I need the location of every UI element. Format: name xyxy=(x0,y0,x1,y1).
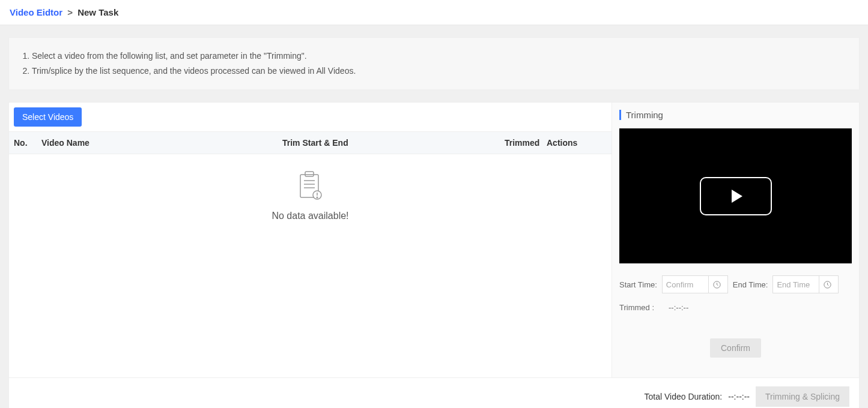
trimmed-value: --:--:-- xyxy=(669,303,688,312)
footer-bar: Total Video Duration: --:--:-- Trimming … xyxy=(8,378,860,408)
clipboard-alert-icon xyxy=(299,171,323,202)
trimming-title: Trimming xyxy=(619,110,852,120)
svg-rect-1 xyxy=(305,172,314,176)
start-time-field[interactable] xyxy=(662,275,728,293)
trimming-panel: Trimming Start Time: End Time: xyxy=(612,102,860,378)
confirm-button[interactable]: Confirm xyxy=(710,338,761,358)
start-time-input[interactable] xyxy=(663,280,708,289)
total-duration-value: --:--:-- xyxy=(728,392,750,401)
instructions-panel: Select a video from the following list, … xyxy=(8,37,860,90)
clock-icon[interactable] xyxy=(708,276,725,293)
instruction-item: Select a video from the following list, … xyxy=(32,49,847,64)
end-time-label: End Time: xyxy=(733,280,768,289)
total-duration-label: Total Video Duration: xyxy=(645,392,723,401)
column-trimmed: Trimmed xyxy=(505,138,547,148)
trimmed-label: Trimmed : xyxy=(619,303,654,312)
svg-point-7 xyxy=(317,197,318,199)
column-trim-start-end: Trim Start & End xyxy=(282,138,505,148)
clock-icon[interactable] xyxy=(819,276,836,293)
column-no: No. xyxy=(14,138,41,148)
select-videos-button[interactable]: Select Videos xyxy=(14,107,82,127)
play-button[interactable] xyxy=(700,177,772,215)
breadcrumb-separator: > xyxy=(67,7,73,17)
video-preview xyxy=(619,128,852,263)
end-time-field[interactable] xyxy=(772,275,839,293)
empty-state-text: No data available! xyxy=(272,211,348,221)
trimming-splicing-button[interactable]: Trimming & Splicing xyxy=(756,386,849,407)
breadcrumb-current: New Task xyxy=(77,7,118,17)
instruction-item: Trim/splice by the list sequence, and th… xyxy=(32,64,847,79)
empty-state: No data available! xyxy=(9,154,612,377)
column-actions: Actions xyxy=(547,138,607,148)
start-time-label: Start Time: xyxy=(619,280,657,289)
table-header: No. Video Name Trim Start & End Trimmed … xyxy=(9,131,612,154)
play-icon xyxy=(732,190,742,203)
breadcrumb: Video Eidtor > New Task xyxy=(0,0,868,25)
breadcrumb-root-link[interactable]: Video Eidtor xyxy=(10,7,62,17)
end-time-input[interactable] xyxy=(773,280,819,289)
video-list-panel: Select Videos No. Video Name Trim Start … xyxy=(8,102,612,378)
column-video-name: Video Name xyxy=(41,138,282,148)
